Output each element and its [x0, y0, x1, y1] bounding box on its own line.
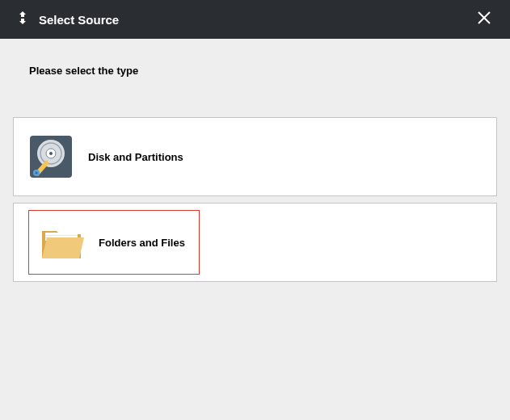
option-highlight: Folders and Files	[28, 210, 200, 275]
app-icon	[15, 10, 31, 29]
close-button[interactable]	[473, 6, 495, 32]
option-disk-partitions[interactable]: Disk and Partitions	[13, 117, 497, 196]
svg-point-6	[49, 152, 53, 155]
disk-icon	[28, 134, 74, 179]
prompt-text: Please select the type	[13, 55, 497, 117]
option-label: Disk and Partitions	[88, 151, 183, 163]
svg-rect-10	[45, 235, 78, 236]
dialog-content: Please select the type Disk and Partitio…	[0, 39, 510, 304]
dialog-header: Select Source	[0, 0, 510, 39]
dialog-title: Select Source	[39, 13, 119, 27]
close-icon	[476, 15, 492, 28]
option-folders-files[interactable]: Folders and Files	[13, 203, 497, 282]
folder-icon	[39, 220, 84, 265]
option-label: Folders and Files	[99, 237, 185, 249]
header-left: Select Source	[15, 10, 119, 29]
svg-point-8	[36, 172, 38, 174]
